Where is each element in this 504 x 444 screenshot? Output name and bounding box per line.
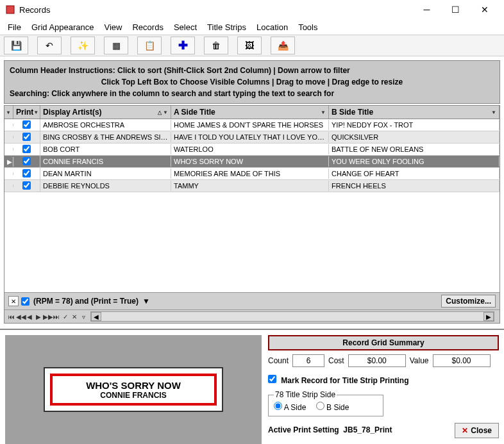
cell-artist[interactable]: AMBROSE ORCHESTRA <box>40 120 171 130</box>
menubar: File Grid Appearance View Records Select… <box>0 19 504 35</box>
print-checkbox[interactable] <box>22 169 31 177</box>
minimize-button[interactable]: ─ <box>412 1 441 19</box>
cell-artist[interactable]: DEBBIE REYNOLDS <box>40 181 171 191</box>
cell-aside[interactable]: MEMORIES ARE MADE OF THIS <box>171 169 329 179</box>
nav-prev-page[interactable]: ◀◀ <box>16 313 25 320</box>
mark-print-checkbox[interactable] <box>268 375 276 383</box>
count-value: 6 <box>292 354 324 367</box>
column-selector[interactable]: ▾ <box>4 106 13 119</box>
nav-first[interactable]: ⏮ <box>7 313 16 320</box>
cell-aside[interactable]: HOME JAMES & DON'T SPARE THE HORSES <box>171 120 329 130</box>
export-button[interactable]: 📤 <box>271 37 295 54</box>
cost-value: $0.00 <box>348 354 406 367</box>
menu-records[interactable]: Records <box>127 20 168 35</box>
nav-next[interactable]: ▶ <box>34 313 43 320</box>
column-bside[interactable]: B Side Title▼ <box>329 106 500 119</box>
active-print-value: JB5_78_Print <box>343 425 392 434</box>
column-aside[interactable]: A Side Title▼ <box>171 106 329 119</box>
menu-location[interactable]: Location <box>251 20 293 35</box>
table-row[interactable]: BOB CORTWATERLOOBATTLE OF NEW ORLEANS <box>4 144 500 156</box>
menu-title-strips[interactable]: Title Strips <box>202 20 251 35</box>
nav-last[interactable]: ⏭ <box>52 313 61 320</box>
cell-bside[interactable]: YIP! NEDDY FOX - TROT <box>329 120 500 130</box>
h-scrollbar[interactable]: ◀▶ <box>90 311 494 322</box>
close-icon: ✕ <box>462 426 468 435</box>
delete-button[interactable]: 🗑 <box>204 37 228 54</box>
table-row[interactable]: DEBBIE REYNOLDSTAMMYFRENCH HEELS <box>4 180 500 192</box>
strip-side-group: 78 Title Strip Side A Side B Side <box>268 390 383 416</box>
cell-bside[interactable]: CHANGE OF HEART <box>329 169 500 179</box>
side-b-radio[interactable] <box>316 402 324 410</box>
cell-artist[interactable]: CONNIE FRANCIS <box>40 156 171 167</box>
menu-tools[interactable]: Tools <box>293 20 323 35</box>
cell-artist[interactable]: DEAN MARTIN <box>40 169 171 179</box>
table-row[interactable]: DEAN MARTINMEMORIES ARE MADE OF THISCHAN… <box>4 168 500 180</box>
cell-bside[interactable]: FRENCH HEELS <box>329 181 500 191</box>
value-value: $0.00 <box>433 354 491 367</box>
records-grid: ▾ Print▼ Display Artist(s)△ ▼ A Side Tit… <box>4 105 500 324</box>
table-row[interactable]: BING CROSBY & THE ANDREWS SISTE...HAVE I… <box>4 131 500 144</box>
filter-bar: ✕ (RPM = 78) and (Print = True) ▼ Custom… <box>4 292 500 309</box>
title-strip-preview: WHO'S SORRY NOW CONNIE FRANCIS <box>5 335 262 444</box>
filter-text: (RPM = 78) and (Print = True) <box>33 297 139 306</box>
cell-artist[interactable]: BING CROSBY & THE ANDREWS SISTE... <box>40 132 171 142</box>
close-window-button[interactable]: ✕ <box>470 1 499 19</box>
cell-bside[interactable]: BATTLE OF NEW ORLEANS <box>329 144 500 154</box>
summary-header: Record Grid Summary <box>268 335 499 350</box>
menu-select[interactable]: Select <box>169 20 202 35</box>
cell-aside[interactable]: TAMMY <box>171 181 329 191</box>
add-button[interactable]: ✚ <box>171 37 195 54</box>
window-title: Records <box>19 5 412 15</box>
app-icon <box>5 4 15 15</box>
filter-enable-checkbox[interactable] <box>21 297 29 306</box>
nav-cancel[interactable]: ✕ <box>70 313 79 320</box>
filter-dropdown-icon[interactable]: ▼ <box>142 297 150 306</box>
side-a-radio[interactable] <box>274 402 282 410</box>
nav-next-page[interactable]: ▶▶ <box>43 313 52 320</box>
nav-filter-icon[interactable]: ▿ <box>79 313 88 320</box>
cell-artist[interactable]: BOB CORT <box>40 144 171 154</box>
strip-title: WHO'S SORRY NOW <box>86 380 181 391</box>
print-checkbox[interactable] <box>22 145 31 153</box>
nav-bar: ⏮ ◀◀ ◀ ▶ ▶▶ ⏭ ✓ ✕ ▿ ◀▶ <box>4 309 500 323</box>
print-checkbox[interactable] <box>22 133 31 141</box>
maximize-button[interactable]: ☐ <box>441 1 470 19</box>
instructions-panel: Column Header Instructions: Click to sor… <box>4 60 500 104</box>
menu-grid-appearance[interactable]: Grid Appearance <box>26 20 99 35</box>
titlebar: Records ─ ☐ ✕ <box>0 0 504 19</box>
print-checkbox[interactable] <box>22 157 31 165</box>
cell-bside[interactable]: YOU WERE ONLY FOOLING <box>329 156 500 167</box>
menu-view[interactable]: View <box>99 20 128 35</box>
filter-close-button[interactable]: ✕ <box>8 296 19 306</box>
customize-button[interactable]: Customize... <box>441 295 496 308</box>
table-row[interactable]: ▶CONNIE FRANCISWHO'S SORRY NOWYOU WERE O… <box>4 156 500 168</box>
print-checkbox[interactable] <box>22 181 31 190</box>
column-print[interactable]: Print▼ <box>13 106 40 119</box>
cell-aside[interactable]: HAVE I TOLD YOU LATELY THAT I LOVE YOU? <box>171 132 329 142</box>
strip-artist: CONNIE FRANCIS <box>100 391 166 400</box>
cell-bside[interactable]: QUICKSILVER <box>329 132 500 142</box>
print-checkbox[interactable] <box>22 120 31 129</box>
form-button[interactable]: 📋 <box>137 37 162 54</box>
menu-file[interactable]: File <box>3 20 26 35</box>
svg-rect-0 <box>6 6 14 13</box>
summary-panel: Record Grid Summary Count 6 Cost $0.00 V… <box>268 335 499 444</box>
image-button[interactable]: 🖼 <box>237 37 262 54</box>
nav-check[interactable]: ✓ <box>61 313 70 320</box>
nav-prev[interactable]: ◀ <box>25 313 34 320</box>
column-artist[interactable]: Display Artist(s)△ ▼ <box>40 106 171 119</box>
wizard-button[interactable]: ✨ <box>71 37 95 54</box>
cell-aside[interactable]: WHO'S SORRY NOW <box>171 156 329 167</box>
close-button[interactable]: ✕Close <box>455 423 499 438</box>
undo-button[interactable]: ↶ <box>37 37 62 54</box>
save-button[interactable]: 💾 <box>4 37 28 54</box>
toolbar: 💾 ↶ ✨ ▦ 📋 ✚ 🗑 🖼 📤 <box>0 35 504 56</box>
grid-button[interactable]: ▦ <box>104 37 128 54</box>
cell-aside[interactable]: WATERLOO <box>171 144 329 154</box>
table-row[interactable]: AMBROSE ORCHESTRAHOME JAMES & DON'T SPAR… <box>4 119 500 131</box>
